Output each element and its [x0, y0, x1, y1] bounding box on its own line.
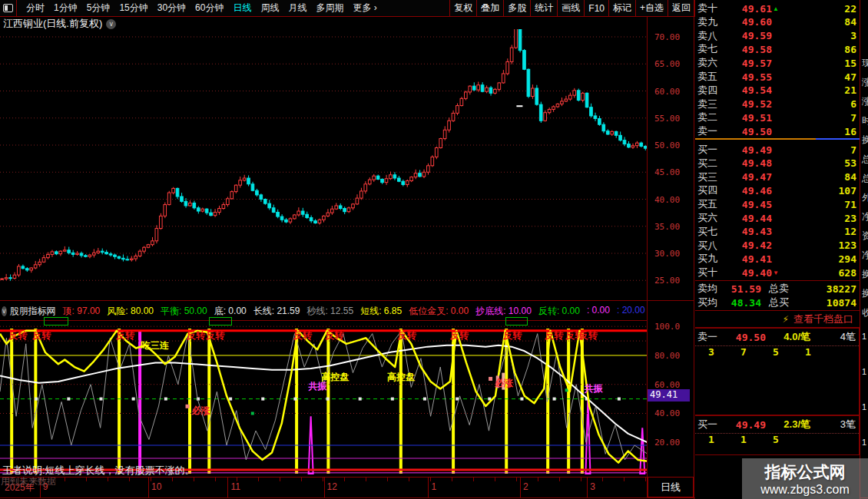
chevron-down-icon[interactable]: ∨	[106, 19, 116, 29]
depth-summary: 卖一49.504.0/笔4笔	[695, 330, 859, 344]
level-volume: 84	[780, 171, 860, 183]
level-label: 买八	[695, 239, 721, 253]
order-book-row[interactable]: 买一49.497	[695, 143, 860, 157]
level-label: 卖二	[695, 111, 721, 124]
menu-item-月线[interactable]: 月线	[283, 0, 311, 16]
clipped-label: 换	[862, 134, 868, 147]
level-volume: 71	[780, 199, 860, 210]
menu-item-标记[interactable]: 标记	[609, 0, 636, 17]
menu-item-叠加[interactable]: 叠加	[477, 0, 504, 17]
signal-box	[209, 317, 232, 326]
order-book-row[interactable]: 卖五49.5547	[695, 70, 860, 84]
order-queue: 115	[695, 433, 859, 447]
level-volume: 107	[780, 185, 860, 197]
menu-item-多股[interactable]: 多股	[504, 0, 531, 17]
menu-item-画线[interactable]: 画线	[558, 0, 585, 17]
order-book-row[interactable]: 买六49.4423	[695, 211, 860, 225]
clipped-value: 1	[862, 438, 868, 447]
order-book-row[interactable]: 买五49.4571	[695, 197, 860, 211]
month-label: 2	[523, 481, 528, 492]
depth-section: 卖一49.504.0/笔4笔3751	[695, 328, 860, 415]
indicator-param: : 0.00	[587, 305, 610, 318]
price-tick: 60.00	[654, 87, 680, 97]
level-volume: 53	[780, 157, 860, 169]
menu-item-15分钟[interactable]: 15分钟	[114, 0, 152, 16]
depth-summary: 买一49.492.3/笔3笔	[695, 418, 859, 431]
minor-tick	[129, 478, 130, 481]
reversal-signal-label: 反转	[8, 329, 27, 342]
order-book-row[interactable]: 买九49.41294	[695, 252, 860, 266]
menu-item-分时[interactable]: 分时	[22, 0, 49, 16]
time-axis: 2025年9101112123	[0, 477, 648, 497]
order-book-row[interactable]: 卖二49.517	[695, 111, 860, 124]
minor-tick	[452, 478, 452, 481]
period-label[interactable]: 日线	[648, 477, 694, 497]
level-price: 49.51	[721, 112, 772, 124]
reversal-signal-label: 反转	[206, 329, 224, 342]
top-menu-bar: 分时1分钟5分钟15分钟30分钟60分钟日线周线月线多周期更多 › 复权叠加多股…	[0, 0, 695, 17]
clipped-label: 时	[862, 114, 868, 127]
order-book-row[interactable]: 卖七49.5886	[695, 42, 860, 56]
menu-item-周线[interactable]: 周线	[256, 0, 283, 16]
order-book-row[interactable]: 卖六49.5715	[695, 56, 860, 70]
menu-item-统计[interactable]: 统计	[531, 0, 558, 17]
watermark-url: www.zbgs3.com	[760, 483, 850, 497]
level-label: 买十	[695, 266, 721, 279]
indicator-tick: 100.0	[654, 322, 680, 332]
menu-item-60分钟[interactable]: 60分钟	[190, 0, 228, 16]
menu-item-30分钟[interactable]: 30分钟	[153, 0, 190, 16]
month-tick	[227, 478, 228, 497]
minor-tick	[323, 478, 323, 481]
chevron-down-icon[interactable]: ∨	[2, 306, 7, 316]
clipped-label: 外	[862, 191, 868, 204]
minor-tick	[108, 478, 108, 481]
level-label: 买五	[695, 197, 721, 211]
menu-item-1分钟[interactable]: 1分钟	[49, 0, 82, 16]
indicator-annotation: 必涨	[192, 405, 210, 418]
menu-item-日线[interactable]: 日线	[228, 0, 256, 16]
menu-item-复权[interactable]: 复权	[450, 0, 477, 17]
candlestick-chart[interactable]	[0, 29, 648, 300]
menu-item-5分钟[interactable]: 5分钟	[82, 0, 115, 16]
level-price: 49.45	[721, 199, 772, 210]
indicator-param: 短线: 6.85	[360, 305, 402, 318]
signal-box	[44, 317, 68, 326]
order-book-row[interactable]: 买十49.40▼628	[695, 266, 860, 279]
month-tick	[148, 478, 149, 497]
order-book-row[interactable]: 卖十49.61▲22	[695, 2, 860, 15]
thousand-depth-link[interactable]: ⚡查看千档盘口	[695, 312, 860, 328]
level-volume: 16	[780, 126, 860, 137]
order-queue: 3751	[695, 345, 859, 359]
order-book-row[interactable]: 买三49.4784	[695, 170, 860, 184]
order-book-row[interactable]: 买七49.4312	[695, 225, 860, 239]
clipped-label: 涨	[862, 95, 868, 108]
minor-tick	[215, 478, 216, 481]
order-book-row[interactable]: 卖九49.6084	[695, 15, 860, 29]
minor-tick	[151, 478, 151, 481]
order-book-row[interactable]: 卖四49.5421	[695, 84, 860, 97]
clipped-label: 净	[862, 210, 868, 223]
level-label: 买七	[695, 225, 721, 239]
level-volume: 22	[780, 3, 860, 15]
layout-icon[interactable]	[0, 0, 17, 16]
reversal-signal-label: 反转	[32, 329, 51, 342]
clipped-label: 总	[862, 172, 868, 185]
order-book-row[interactable]: 卖三49.526	[695, 97, 860, 111]
watermark-title: 指标公式网	[765, 461, 846, 483]
reversal-signal-label: 反转	[450, 329, 469, 342]
menu-item-多周期[interactable]: 多周期	[311, 0, 348, 16]
reversal-signal-label: 反转	[545, 329, 563, 342]
level-volume: 47	[780, 71, 860, 83]
level-label: 卖六	[695, 56, 721, 70]
order-book-row[interactable]: 卖一49.5016	[695, 124, 860, 138]
menu-item-F10[interactable]: F10	[585, 0, 609, 17]
minor-tick	[581, 478, 581, 481]
menu-item-更多 ›[interactable]: 更多 ›	[348, 0, 381, 16]
order-book-row[interactable]: 买二49.4853	[695, 157, 860, 170]
order-book-row[interactable]: 买八49.42123	[695, 239, 860, 253]
order-book-row[interactable]: 卖八49.593	[695, 29, 860, 43]
order-book-row[interactable]: 买四49.46107	[695, 183, 860, 197]
indicator-annotation: 吃三连	[141, 339, 169, 352]
indicator-panel[interactable]	[0, 321, 648, 477]
minor-tick	[366, 478, 366, 481]
